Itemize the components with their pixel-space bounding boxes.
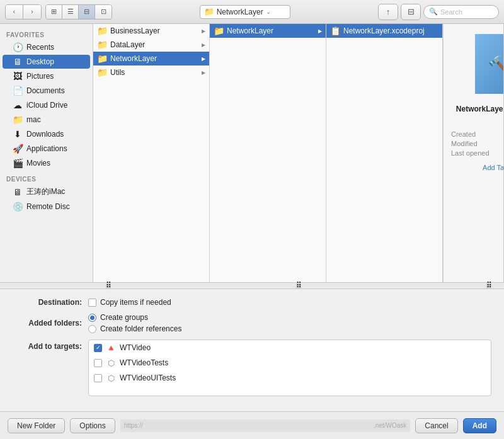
downloads-icon: ⬇	[13, 129, 23, 139]
arrow-icon: ▶	[202, 28, 205, 34]
forward-button[interactable]: ›	[23, 5, 41, 19]
sidebar-item-remote-disc[interactable]: 💿 Remote Disc	[3, 200, 90, 214]
recents-icon: 🕐	[13, 42, 23, 52]
destination-label: Destination:	[13, 298, 82, 307]
sidebar-label-applications: Applications	[26, 144, 67, 153]
sidebar-item-applications[interactable]: 🚀 Applications	[3, 142, 90, 156]
search-icon: 🔍	[429, 8, 438, 16]
applications-icon: 🚀	[13, 144, 23, 154]
folder-icon: 📁	[97, 40, 108, 50]
search-placeholder: Search	[440, 8, 462, 16]
col1-item-datalayer[interactable]: 📁 DataLayer ▶	[93, 38, 209, 52]
back-button[interactable]: ‹	[6, 5, 23, 19]
sidebar-item-recents[interactable]: 🕐 Recents	[3, 40, 90, 54]
sidebar-item-imac[interactable]: 🖥 王涛的iMac	[3, 185, 90, 199]
sidebar-label-remote-disc: Remote Disc	[26, 202, 70, 211]
target-label-wtvideo: WTVideo	[120, 343, 151, 352]
sidebar-label-downloads: Downloads	[26, 130, 64, 139]
bottom-buttons: New Folder Options https:// .net/WOask C…	[0, 411, 504, 439]
sidebar-item-movies[interactable]: 🎬 Movies	[3, 156, 90, 170]
radio-create-groups[interactable]: Create groups	[88, 313, 181, 322]
arrow-icon: ▶	[202, 42, 205, 48]
destination-checkbox-label: Copy items if needed	[100, 298, 171, 307]
view-column-button[interactable]: ⊟	[79, 5, 95, 19]
sidebar-label-movies: Movies	[26, 159, 50, 168]
radio-btn-references[interactable]	[88, 325, 96, 333]
resize-handle-3[interactable]: ⠿	[486, 282, 491, 288]
col2-item-networklayer[interactable]: 📁 NetworkLayer ▶	[210, 24, 326, 38]
view-icon-button[interactable]: ⊞	[46, 5, 62, 19]
meta-modified-label: Modified	[451, 140, 478, 147]
file-browser: 📁 BusinessLayer ▶ 📁 DataLayer ▶ 📁 Networ…	[93, 24, 504, 282]
arrow-icon: ▶	[202, 56, 205, 62]
sidebar-item-icloud[interactable]: ☁ iCloud Drive	[3, 98, 90, 112]
action-button[interactable]: ⊟	[401, 4, 421, 20]
col1-label-utils: Utils	[110, 68, 125, 77]
remote-disc-icon: 💿	[13, 202, 23, 212]
radio-create-references[interactable]: Create folder references	[88, 324, 181, 333]
sidebar-item-desktop[interactable]: 🖥 Desktop	[3, 55, 90, 69]
target-item-wtvideo[interactable]: ✓ 🔺 WTVideo	[89, 340, 491, 355]
path-control[interactable]: 📁 NetworkLayer ⌄	[200, 5, 291, 19]
sidebar-item-downloads[interactable]: ⬇ Downloads	[3, 127, 90, 141]
sidebar-label-mac: mac	[26, 115, 41, 124]
view-buttons: ⊞ ☰ ⊟ ⊡	[45, 4, 112, 20]
add-tags-button[interactable]: Add Tags...	[483, 164, 504, 171]
meta-created-row: Created 2018/12/13	[451, 130, 504, 138]
preview-filename: NetworkLayer.xcodeproj	[456, 105, 504, 113]
options-button[interactable]: Options	[70, 418, 115, 433]
titlebar-left: ‹ › ⊞ ☰ ⊟ ⊡	[5, 4, 112, 20]
targets-row: Add to targets: ✓ 🔺 WTVideo ⬡ WTVideoTes…	[13, 339, 491, 396]
radio-btn-groups[interactable]	[88, 314, 96, 322]
folder-icon: 📁	[97, 54, 108, 64]
folder-icon: 📁	[97, 26, 108, 36]
share-button[interactable]: ↑	[378, 4, 398, 20]
new-folder-button[interactable]: New Folder	[8, 418, 65, 433]
targets-label: Add to targets:	[13, 342, 82, 351]
view-list-button[interactable]: ☰	[62, 5, 79, 19]
destination-checkbox[interactable]: Copy items if needed	[88, 298, 171, 307]
svg-text:🔨: 🔨	[488, 54, 505, 78]
search-box[interactable]: 🔍 Search	[423, 5, 499, 19]
sidebar-item-mac[interactable]: 📁 mac	[3, 113, 90, 127]
sidebar-label-icloud: iCloud Drive	[26, 101, 67, 110]
sidebar-label-documents: Documents	[26, 86, 65, 95]
added-folders-label: Added folders:	[13, 319, 82, 328]
devices-title: Devices	[0, 171, 93, 184]
resize-handle-2[interactable]: ⠿	[296, 282, 301, 288]
target-check-wtvideotests[interactable]	[94, 359, 102, 367]
radio-inner	[90, 316, 94, 320]
cancel-button[interactable]: Cancel	[415, 418, 457, 433]
col1-item-networklayer[interactable]: 📁 NetworkLayer ▶	[93, 52, 209, 66]
col1-label-businesslayer: BusinessLayer	[110, 26, 160, 35]
wtvideouittests-icon: ⬡	[106, 373, 116, 383]
url-text: https://	[124, 422, 143, 429]
destination-checkbox-box[interactable]	[88, 299, 96, 307]
add-button[interactable]: Add	[463, 418, 496, 433]
col1-item-businesslayer[interactable]: 📁 BusinessLayer ▶	[93, 24, 209, 38]
col3-item-xcodeproj[interactable]: 📋 NetworkLayer.xcodeproj	[326, 24, 442, 38]
titlebar: ‹ › ⊞ ☰ ⊟ ⊡ 📁 NetworkLayer ⌄ ↑ ⊟ 🔍 Searc…	[0, 0, 504, 24]
meta-modified-row: Modified 2018/12/13	[451, 140, 504, 147]
meta-size-row: 22 KB	[451, 121, 504, 128]
target-check-wtvideouittests[interactable]	[94, 374, 102, 382]
col1-label-networklayer: NetworkLayer	[110, 54, 157, 63]
target-item-wtvideouittests[interactable]: ⬡ WTVideoUITests	[89, 370, 491, 385]
folder-icon: 📁	[204, 7, 214, 16]
target-check-wtvideo[interactable]: ✓	[94, 344, 102, 352]
meta-lastopened-label: Last opened	[451, 149, 490, 157]
destination-row: Destination: Copy items if needed	[13, 298, 491, 307]
nav-buttons: ‹ ›	[5, 4, 42, 20]
sidebar-item-documents[interactable]: 📄 Documents	[3, 84, 90, 98]
target-item-wtvideotests[interactable]: ⬡ WTVideoTests	[89, 355, 491, 370]
resize-handle-1[interactable]: ⠿	[106, 282, 111, 288]
col1-item-utils[interactable]: 📁 Utils ▶	[93, 66, 209, 79]
col2-label-networklayer: NetworkLayer	[227, 26, 273, 35]
sidebar-item-pictures[interactable]: 🖼 Pictures	[3, 69, 90, 83]
added-folders-row: Added folders: Create groups Create fold…	[13, 313, 491, 333]
sidebar-label-recents: Recents	[26, 43, 54, 52]
preview-panel: 🔨 PROJECT NetworkLayer.xcodeproj 22 KB C…	[443, 24, 504, 282]
view-coverflow-button[interactable]: ⊡	[95, 5, 112, 19]
path-label: NetworkLayer	[217, 8, 263, 16]
wtvideotests-icon: ⬡	[106, 358, 116, 368]
